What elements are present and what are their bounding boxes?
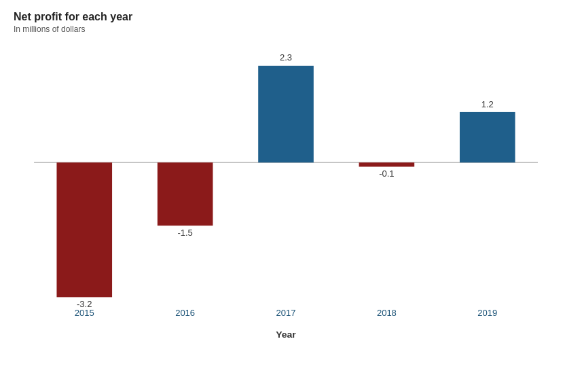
bar-chart-svg: -3.22015-1.520162.32017-0.120181.22019Ye… xyxy=(14,41,551,347)
year-label-2017: 2017 xyxy=(276,308,296,317)
year-label-2015: 2015 xyxy=(75,308,94,317)
bar-2017 xyxy=(258,66,314,162)
bar-2019 xyxy=(460,112,515,162)
bar-2015 xyxy=(56,162,112,297)
value-label-2019: 1.2 xyxy=(481,100,494,109)
value-label-2017: 2.3 xyxy=(280,54,292,63)
chart-container: Net profit for each year In millions of … xyxy=(0,0,565,392)
year-label-2016: 2016 xyxy=(175,308,195,317)
bar-2016 xyxy=(158,162,213,226)
chart-title: Net profit for each year xyxy=(14,11,551,23)
year-label-2018: 2018 xyxy=(377,308,397,317)
bar-2018 xyxy=(359,162,415,166)
year-label-2019: 2019 xyxy=(477,308,497,317)
value-label-2018: -0.1 xyxy=(379,170,394,179)
chart-subtitle: In millions of dollars xyxy=(14,24,551,34)
x-axis-label: Year xyxy=(276,330,296,340)
chart-area: -3.22015-1.520162.32017-0.120181.22019Ye… xyxy=(14,41,551,347)
value-label-2015: -3.2 xyxy=(77,300,92,309)
value-label-2016: -1.5 xyxy=(177,228,192,237)
